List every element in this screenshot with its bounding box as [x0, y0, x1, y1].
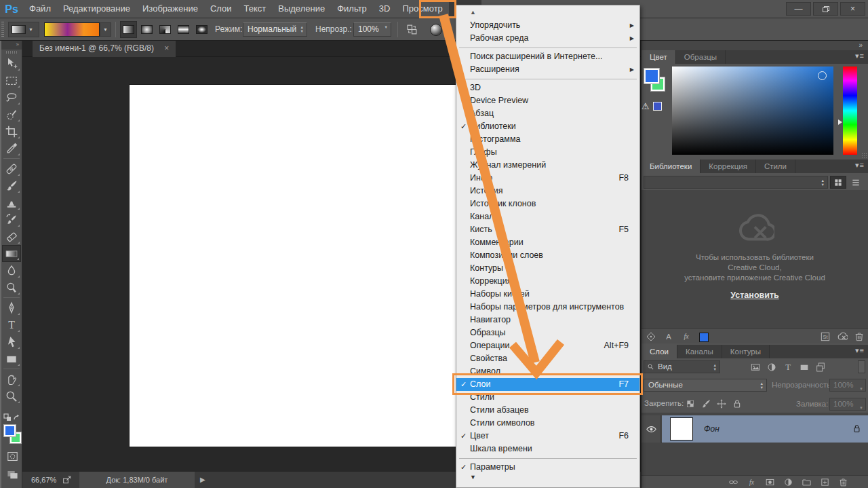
hue-slider[interactable] — [843, 67, 857, 155]
restore-button[interactable] — [813, 2, 838, 16]
gamut-safe-swatch[interactable] — [653, 102, 662, 111]
menu-item-Навигатор[interactable]: Навигатор — [456, 314, 639, 326]
libraries-st-button[interactable] — [818, 330, 831, 343]
menu-item-Источник клонов[interactable]: Источник клонов — [456, 198, 639, 210]
lock-brush-button[interactable] — [699, 397, 712, 410]
pen-tool[interactable] — [2, 299, 21, 316]
layers-fx-button[interactable] — [746, 476, 757, 488]
tab-Слои[interactable]: Слои — [642, 345, 677, 358]
libraries-fx-button[interactable] — [679, 330, 692, 343]
layers-opacity-value[interactable]: 100% ▼ — [829, 379, 866, 392]
color-field[interactable] — [672, 67, 833, 155]
blend-mode-select[interactable]: Нормальный ▲▼ — [243, 22, 307, 37]
layers-mask-button[interactable] — [764, 476, 776, 488]
menu-item-Рабочая среда[interactable]: Рабочая среда▶ — [456, 32, 639, 45]
menu-item-Комментарии[interactable]: Комментарии — [456, 236, 639, 249]
menu-item-Образцы[interactable]: Образцы — [456, 326, 639, 339]
layers-newlayer-button[interactable] — [819, 476, 831, 488]
swap-colors-icon[interactable] — [3, 413, 21, 423]
toolbar-grip[interactable] — [6, 51, 17, 54]
gradient-picker-dropdown[interactable]: ▼ — [100, 22, 111, 37]
layers-adj-button[interactable] — [783, 476, 794, 488]
gradient-type-diamond[interactable] — [193, 21, 210, 38]
menu-item-Свойства[interactable]: Свойства — [456, 352, 639, 365]
color-panel-menu-icon[interactable]: ▾≡ — [855, 52, 865, 60]
hue-slider-marker[interactable] — [838, 119, 842, 125]
menu-item-Device Preview[interactable]: Device Preview — [456, 94, 639, 107]
tab-Образцы[interactable]: Образцы — [676, 50, 726, 64]
lock-lock-button[interactable] — [730, 397, 743, 410]
layers-link-button[interactable] — [728, 476, 739, 488]
share-icon[interactable] — [62, 474, 73, 485]
quick-selection-tool[interactable] — [2, 106, 21, 123]
layer-visibility-toggle[interactable] — [642, 415, 661, 443]
status-arrow-icon[interactable]: ▶ — [200, 472, 205, 488]
menu-3D[interactable]: 3D — [373, 0, 397, 18]
menu-item-История[interactable]: История — [456, 185, 639, 198]
lock-move4-button[interactable] — [715, 397, 728, 410]
filter-image-button[interactable] — [749, 360, 762, 373]
menu-item-Композиции слоев[interactable]: Композиции слоев — [456, 249, 639, 262]
filter-shape-button[interactable] — [797, 360, 810, 373]
foreground-color-swatch[interactable] — [644, 68, 660, 84]
document-tab[interactable]: Без имени-1 @ 66,7% (RGB/8) × — [33, 41, 176, 57]
lasso-tool[interactable] — [2, 89, 21, 106]
libraries-a-button[interactable] — [662, 330, 675, 343]
tab-Библиотеки[interactable]: Библиотеки — [642, 159, 701, 173]
menu-item-Коррекция[interactable]: Коррекция — [456, 275, 639, 288]
history-brush-tool[interactable] — [2, 211, 21, 228]
menu-Слои[interactable]: Слои — [204, 0, 238, 18]
menu-item-Глифы[interactable]: Глифы — [456, 146, 639, 159]
layers-blend-mode-select[interactable]: Обычные ▲▼ — [644, 379, 767, 392]
document-close-icon[interactable]: × — [164, 43, 169, 53]
clone-stamp-tool[interactable] — [2, 194, 21, 211]
toolbar-collapse-button[interactable]: » — [1, 41, 22, 50]
brush-tool[interactable] — [2, 177, 21, 194]
gradient-type-reflected[interactable] — [175, 21, 192, 38]
move-tool[interactable] — [2, 55, 21, 72]
menu-item-Параметры[interactable]: ✓Параметры — [456, 461, 639, 474]
menu-item-Стили символов[interactable]: Стили символов — [456, 417, 639, 430]
rectangular-marquee-tool[interactable] — [2, 72, 21, 89]
layer-row-background[interactable]: Фон — [642, 415, 868, 443]
library-select[interactable]: ▲▼ — [644, 176, 828, 189]
toggle-panels-button[interactable] — [403, 21, 420, 38]
menu-scroll-up[interactable]: ▲ — [456, 5, 639, 19]
menu-item-Журнал измерений[interactable]: Журнал измерений — [456, 159, 639, 172]
menu-item-Шкала времени[interactable]: Шкала времени — [456, 443, 639, 455]
libraries-swatch-button[interactable] — [697, 330, 710, 343]
install-link[interactable]: Установить — [642, 290, 868, 300]
zoom-tool[interactable] — [2, 388, 21, 405]
menu-item-Кисть[interactable]: КистьF5 — [456, 223, 639, 236]
blur-tool[interactable] — [2, 262, 21, 279]
menu-Редактирование[interactable]: Редактирование — [57, 0, 136, 18]
libraries-ccx-button[interactable] — [835, 330, 848, 343]
color-picker-ring-icon[interactable] — [818, 71, 827, 80]
menu-Изображение[interactable]: Изображение — [136, 0, 204, 18]
gradient-type-angle[interactable] — [157, 21, 174, 38]
menu-item-Упорядочить[interactable]: Упорядочить▶ — [456, 19, 639, 32]
menu-Файл[interactable]: Файл — [23, 0, 57, 18]
list-view-button[interactable] — [848, 176, 864, 189]
layers-trash-button[interactable] — [837, 476, 849, 488]
filter-adj-button[interactable] — [765, 360, 778, 373]
crop-tool[interactable] — [2, 123, 21, 140]
options-bar-grip[interactable] — [1, 22, 4, 37]
menu-item-Наборы параметров для инструментов[interactable]: Наборы параметров для инструментов — [456, 301, 639, 314]
layers-panel-menu-icon[interactable]: ▾≡ — [855, 346, 865, 355]
menu-item-Каналы[interactable]: Каналы — [456, 210, 639, 223]
panel-collapse-strip[interactable]: » — [642, 41, 868, 50]
fill-value[interactable]: 100% ▼ — [829, 398, 866, 411]
filter-type-button[interactable] — [781, 360, 794, 373]
layer-row-body[interactable]: Фон — [662, 415, 868, 443]
menu-scroll-down[interactable]: ▼ — [456, 474, 639, 483]
close-button[interactable]: × — [840, 2, 865, 16]
filter-pages-button[interactable] — [814, 360, 827, 373]
menu-item-Библиотеки[interactable]: ✓Библиотеки — [456, 120, 639, 133]
screen-mode-button[interactable] — [3, 466, 22, 483]
hand-tool[interactable] — [2, 371, 21, 388]
menu-Фильтр[interactable]: Фильтр — [331, 0, 373, 18]
menu-Выделение[interactable]: Выделение — [272, 0, 331, 18]
menu-item-3D[interactable]: 3D — [456, 81, 639, 94]
menu-item-Инфо[interactable]: ИнфоF8 — [456, 172, 639, 185]
